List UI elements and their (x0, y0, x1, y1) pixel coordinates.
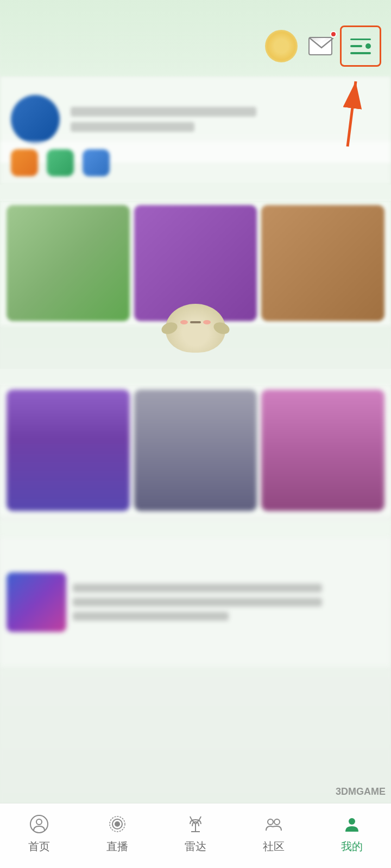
nav-label-mine: 我的 (341, 839, 363, 854)
live-icon (105, 812, 129, 836)
svg-point-9 (268, 819, 273, 825)
sun-icon (265, 30, 298, 62)
video-card-3 (261, 390, 384, 511)
nav-label-community: 社区 (263, 839, 285, 854)
section4-text (73, 584, 384, 621)
nav-label-home: 首页 (28, 839, 50, 854)
radar-icon (184, 812, 207, 836)
section4-line-3 (73, 612, 229, 621)
section-label-1 (0, 184, 391, 201)
subtitle-line (71, 122, 194, 132)
nav-label-radar: 雷达 (185, 839, 206, 854)
section4-content (0, 537, 391, 667)
nav-item-mine[interactable]: 我的 (313, 812, 391, 854)
quick-icons-row (0, 141, 391, 184)
username-line (71, 107, 256, 117)
svg-point-3 (36, 819, 42, 825)
menu-settings-button[interactable] (343, 29, 378, 63)
section-label-4 (0, 521, 391, 537)
header (0, 0, 391, 76)
nav-label-live: 直播 (106, 839, 128, 854)
quick-icon-3 (83, 149, 110, 176)
mascot-body (166, 304, 225, 353)
mascot-face (175, 320, 217, 324)
highlight-annotation-box (340, 25, 381, 67)
mail-notification-dot (330, 31, 337, 37)
mascot-blush-left (180, 320, 188, 324)
mine-icon (340, 812, 364, 836)
svg-point-10 (274, 819, 280, 825)
mascot-blush-right (203, 320, 211, 324)
section4-image (7, 572, 66, 632)
nav-item-live[interactable]: 直播 (78, 812, 156, 854)
profile-info (71, 107, 380, 132)
video-card-1 (7, 390, 130, 511)
nav-item-community[interactable]: 社区 (235, 812, 313, 854)
section-label-3 (0, 369, 391, 385)
community-icon (262, 812, 286, 836)
card-3 (261, 205, 384, 321)
header-icons (265, 29, 378, 63)
nav-item-radar[interactable]: 雷达 (156, 812, 235, 854)
watermark: 3DMGAME (336, 786, 386, 797)
home-icon (27, 812, 51, 836)
svg-point-11 (349, 818, 355, 825)
quick-icon-1 (11, 149, 38, 176)
section4-line-1 (73, 584, 322, 592)
card-1 (7, 205, 130, 321)
video-card-2 (134, 390, 257, 511)
mascot-character (166, 304, 225, 363)
svg-point-4 (115, 821, 120, 827)
mail-button[interactable] (306, 33, 335, 59)
section4-line-2 (73, 598, 322, 607)
quick-icon-2 (47, 149, 74, 176)
avatar (11, 95, 60, 144)
nav-item-home[interactable]: 首页 (0, 812, 78, 854)
bottom-navigation: 首页 直播 雷达 (0, 803, 391, 868)
mascot-mouth (190, 321, 201, 323)
mail-icon (308, 37, 332, 55)
video-card-section (0, 385, 391, 515)
